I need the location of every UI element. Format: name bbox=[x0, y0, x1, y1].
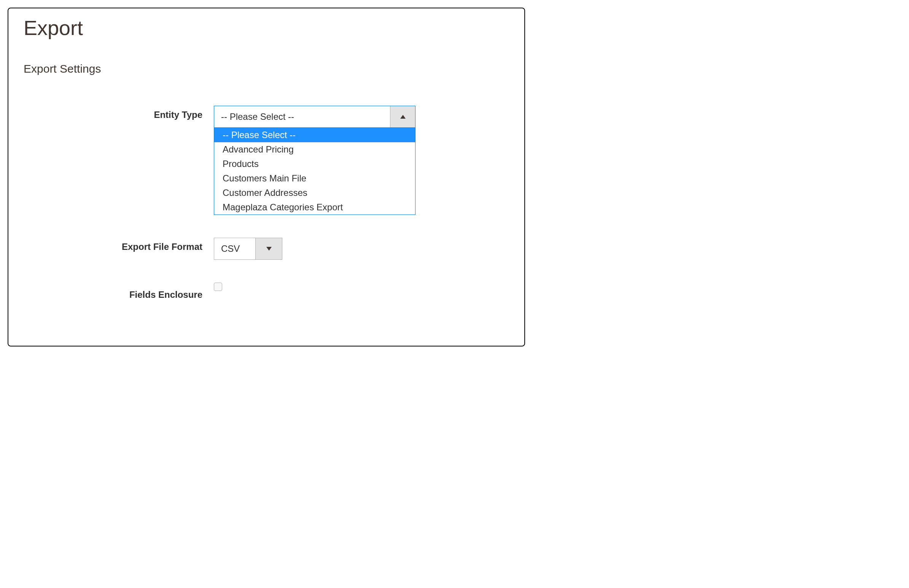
entity-type-selected-value: -- Please Select -- bbox=[214, 106, 390, 128]
entity-type-option[interactable]: Customer Addresses bbox=[214, 186, 415, 200]
entity-type-option[interactable]: Mageplaza Categories Export bbox=[214, 200, 415, 215]
entity-type-option[interactable]: -- Please Select -- bbox=[214, 128, 415, 142]
file-format-select[interactable]: CSV bbox=[214, 238, 282, 260]
svg-marker-1 bbox=[266, 247, 272, 250]
file-format-row: Export File Format CSV bbox=[24, 238, 509, 260]
file-format-label: Export File Format bbox=[24, 238, 214, 252]
entity-type-select[interactable]: -- Please Select -- bbox=[214, 106, 416, 128]
entity-type-control: -- Please Select -- -- Please Select -- … bbox=[214, 106, 416, 215]
entity-type-dropdown: -- Please Select -- Advanced Pricing Pro… bbox=[214, 128, 416, 215]
svg-marker-0 bbox=[400, 115, 406, 119]
fields-enclosure-row: Fields Enclosure bbox=[24, 283, 509, 300]
chevron-down-icon bbox=[255, 238, 282, 259]
fields-enclosure-checkbox[interactable] bbox=[214, 283, 222, 291]
chevron-up-icon bbox=[390, 106, 415, 128]
export-panel: Export Export Settings Entity Type -- Pl… bbox=[8, 8, 525, 346]
page-title: Export bbox=[24, 16, 509, 40]
fields-enclosure-control bbox=[214, 283, 222, 291]
section-title: Export Settings bbox=[24, 62, 509, 75]
entity-type-row: Entity Type -- Please Select -- -- Pleas… bbox=[24, 106, 509, 215]
entity-type-option[interactable]: Advanced Pricing bbox=[214, 142, 415, 157]
entity-type-label: Entity Type bbox=[24, 106, 214, 120]
fields-enclosure-label: Fields Enclosure bbox=[24, 283, 214, 300]
entity-type-option[interactable]: Products bbox=[214, 157, 415, 171]
file-format-control: CSV bbox=[214, 238, 282, 260]
entity-type-option[interactable]: Customers Main File bbox=[214, 171, 415, 186]
file-format-selected-value: CSV bbox=[214, 238, 255, 259]
